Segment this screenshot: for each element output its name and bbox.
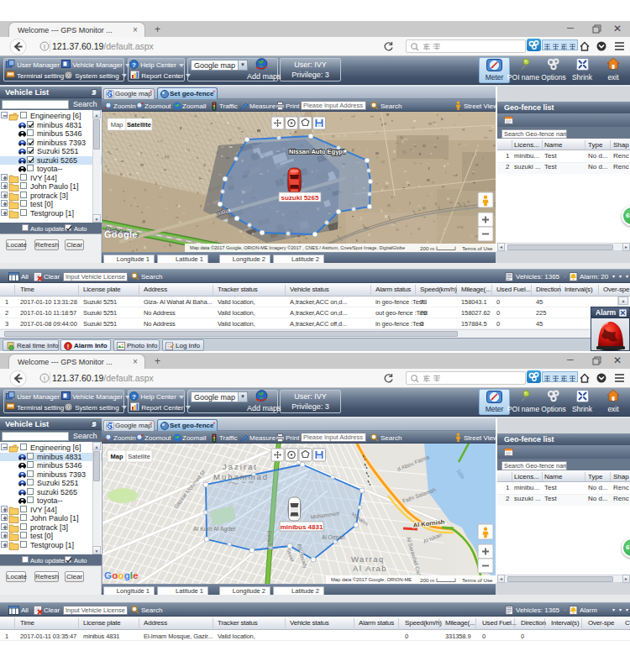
svg-text:Terms of Use: Terms of Use	[462, 245, 493, 251]
svg-text:Google: Google	[104, 570, 139, 580]
svg-text:Al Kum Al Agder: Al Kum Al Agder	[193, 526, 236, 533]
svg-text:i: i	[44, 43, 45, 50]
svg-text:Muhammad: Muhammad	[213, 472, 269, 481]
svg-text:Map data ©2017 Google, ORION-M: Map data ©2017 Google, ORION-ME Imagery …	[190, 245, 405, 250]
svg-text:Warraq: Warraq	[351, 554, 385, 564]
svg-text:Terms of Use: Terms of Use	[462, 577, 493, 583]
svg-text:i: i	[44, 375, 45, 382]
svg-text:Al Arab: Al Arab	[353, 564, 387, 573]
svg-text:?: ?	[132, 393, 136, 401]
svg-text:minibus 4831: minibus 4831	[281, 523, 323, 531]
svg-text:?: ?	[132, 61, 136, 69]
svg-text:Satellite: Satellite	[127, 121, 151, 129]
svg-text:Nissan Auto Egypt: Nissan Auto Egypt	[289, 148, 345, 155]
svg-text:Satellite: Satellite	[128, 453, 150, 460]
svg-text:200 m: 200 m	[420, 577, 434, 583]
svg-text:Jazirat: Jazirat	[223, 462, 258, 471]
svg-text:Google: Google	[104, 229, 138, 239]
svg-text:suzuki 5265: suzuki 5265	[281, 194, 319, 202]
svg-text:Map: Map	[111, 121, 123, 129]
svg-text:Al Orman: Al Orman	[322, 534, 345, 540]
svg-text:200 m: 200 m	[420, 245, 434, 251]
svg-text:Map data ©2017 Google, ORION-M: Map data ©2017 Google, ORION-ME	[331, 577, 412, 582]
svg-text:Map: Map	[111, 453, 123, 460]
svg-text:!: !	[67, 343, 70, 350]
